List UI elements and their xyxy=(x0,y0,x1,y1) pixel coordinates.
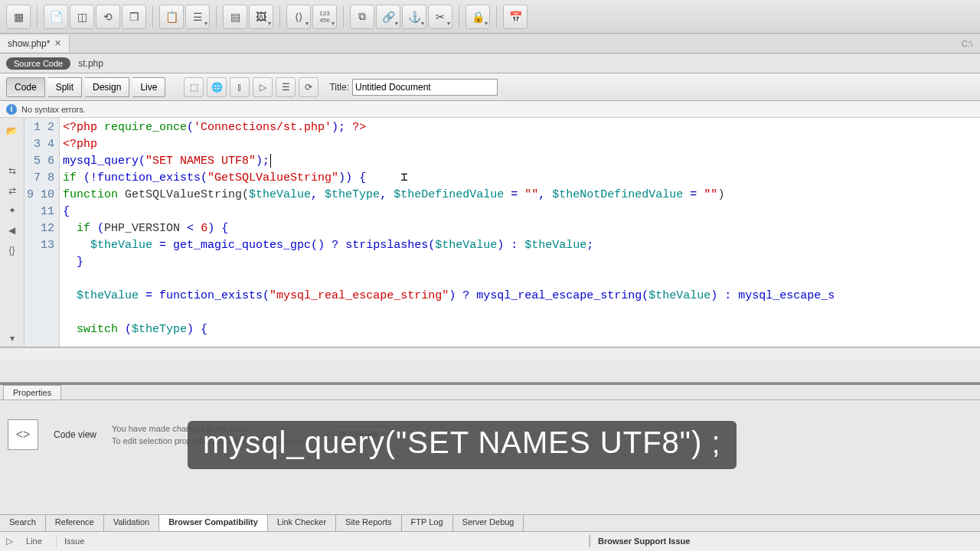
live-view-icon[interactable]: ⬚ xyxy=(184,77,204,97)
results-tab-site-reports[interactable]: Site Reports xyxy=(336,515,402,531)
globe-icon[interactable]: 🌐 xyxy=(207,77,227,97)
link-icon[interactable]: 🔗 xyxy=(376,5,400,29)
properties-mode-label: Code view xyxy=(54,429,96,440)
copy-icon[interactable]: ⧉ xyxy=(350,5,374,29)
view-live-button[interactable]: Live xyxy=(132,77,165,97)
browser-support-header: Browser Support Issue xyxy=(590,535,980,547)
calendar-icon[interactable]: 📅 xyxy=(503,5,528,29)
anchor-icon[interactable]: ⚓ xyxy=(402,5,426,29)
grid-icon[interactable]: ▤ xyxy=(223,5,247,29)
wand-icon[interactable]: ✦ xyxy=(4,202,21,219)
layout-icon[interactable]: ▦ xyxy=(6,5,31,29)
spacer-icon xyxy=(4,142,21,159)
new-doc-icon[interactable]: 📄 xyxy=(44,5,68,29)
results-tab-validation[interactable]: Validation xyxy=(104,515,160,531)
results-tab-link-checker[interactable]: Link Checker xyxy=(268,515,336,531)
title-input[interactable] xyxy=(352,79,498,96)
php-icon[interactable]: ⟨⟩ xyxy=(286,5,311,29)
doc-stack-icon[interactable]: ❒ xyxy=(122,5,146,29)
results-tab-browser-compatibility[interactable]: Browser Compatibility xyxy=(159,515,268,531)
results-col-issue: Issue xyxy=(57,535,590,547)
refresh-icon[interactable]: ⟳ xyxy=(299,77,318,97)
file-tab-bar: show.php* ✕ C:\ xyxy=(0,34,980,54)
braces-icon[interactable]: {} xyxy=(4,242,21,259)
numbers-icon[interactable]: 123456 xyxy=(312,5,337,29)
info-icon: i xyxy=(6,104,17,115)
results-tab-ftp-log[interactable]: FTP Log xyxy=(402,515,453,531)
code-vertical-toolbar: 📂 ⇆ ⇄ ✦ ◀ {} ▾ xyxy=(0,118,24,347)
results-tab-bar: SearchReferenceValidationBrowser Compati… xyxy=(0,514,980,531)
code-editor: 📂 ⇆ ⇄ ✦ ◀ {} ▾ 1 2 3 4 5 6 7 8 9 10 11 1… xyxy=(0,118,980,347)
video-caption-overlay: mysql_query("SET NAMES UTF8") ; xyxy=(188,421,737,469)
clipboard-icon[interactable]: 📋 xyxy=(159,5,184,29)
status-message: No syntax errors. xyxy=(21,105,86,114)
file-tab[interactable]: show.php* ✕ xyxy=(0,35,70,52)
syntax-status-bar: i No syntax errors. xyxy=(0,101,980,118)
related-files-bar: Source Code st.php xyxy=(0,54,980,73)
line-number-gutter: 1 2 3 4 5 6 7 8 9 10 11 12 13 xyxy=(24,118,60,347)
results-header: ▷ Line Issue Browser Support Issue xyxy=(0,531,980,549)
horizontal-scrollbar[interactable] xyxy=(0,347,980,360)
source-code-pill[interactable]: Source Code xyxy=(6,57,70,70)
results-tab-reference[interactable]: Reference xyxy=(46,515,104,531)
expand-icon[interactable]: ⇄ xyxy=(4,182,21,199)
list-icon[interactable]: ☰ xyxy=(185,5,210,29)
code-content[interactable]: <?php require_once('Connections/st.php')… xyxy=(60,118,980,347)
view-split-button[interactable]: Split xyxy=(48,77,82,97)
document-toolbar: Code Split Design Live ⬚ 🌐 ⫿ ▷ ☰ ⟳ Title… xyxy=(0,73,980,101)
doc-reload-icon[interactable]: ⟲ xyxy=(96,5,120,29)
lock-icon[interactable]: 🔒 xyxy=(466,5,490,29)
open-file-icon[interactable]: 📂 xyxy=(4,122,21,139)
options-icon[interactable]: ☰ xyxy=(276,77,296,97)
properties-tab[interactable]: Properties xyxy=(3,385,61,399)
results-tab-search[interactable]: Search xyxy=(0,515,46,531)
collapse-panel-icon[interactable]: ▾ xyxy=(4,330,21,347)
code-view-icon: <> xyxy=(8,419,38,450)
results-col-line: Line xyxy=(18,535,57,547)
close-icon[interactable]: ✕ xyxy=(54,38,61,48)
view-design-button[interactable]: Design xyxy=(85,77,129,97)
collapse-icon[interactable]: ⇆ xyxy=(4,162,21,179)
balance-icon[interactable]: ◀ xyxy=(4,222,21,239)
main-toolbar: ▦ 📄 ◫ ⟲ ❒ 📋 ☰ ▤ 🖼 ⟨⟩ 123456 ⧉ 🔗 ⚓ ✂ 🔒 📅 xyxy=(0,0,980,34)
play-icon[interactable]: ▷ xyxy=(253,77,273,97)
play-small-icon[interactable]: ▷ xyxy=(0,536,18,546)
results-tab-server-debug[interactable]: Server Debug xyxy=(453,515,524,531)
doc-back-icon[interactable]: ◫ xyxy=(70,5,94,29)
view-code-button[interactable]: Code xyxy=(6,77,45,97)
image-icon[interactable]: 🖼 xyxy=(249,5,273,29)
cut-link-icon[interactable]: ✂ xyxy=(428,5,452,29)
file-path: C:\ xyxy=(962,39,980,48)
related-file-link[interactable]: st.php xyxy=(78,58,103,69)
inspect-icon[interactable]: ⫿ xyxy=(230,77,250,97)
file-tab-name: show.php* xyxy=(8,38,50,49)
title-label: Title: xyxy=(329,82,349,93)
